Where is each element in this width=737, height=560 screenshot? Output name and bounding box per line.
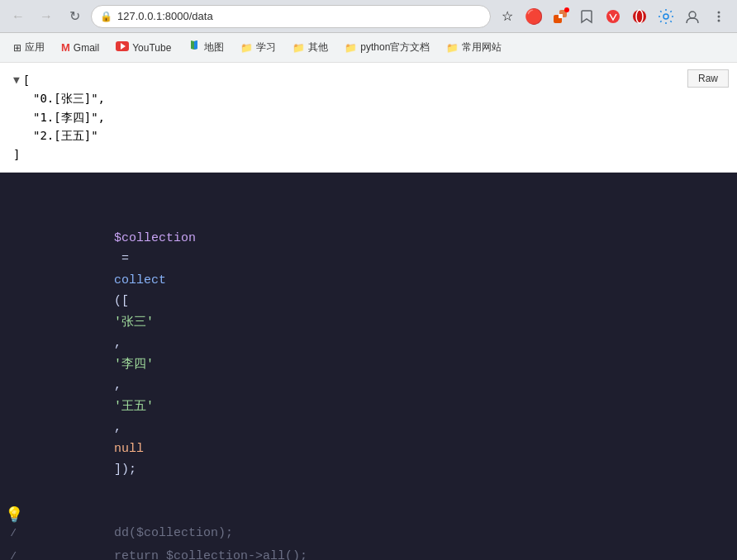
apps-icon: ⊞	[13, 42, 21, 54]
other-icon: 📁	[292, 42, 305, 54]
extension-icon[interactable]	[549, 5, 572, 28]
svg-point-3	[606, 10, 620, 23]
other-label: 其他	[308, 40, 328, 55]
python-icon: 📁	[345, 42, 357, 54]
common-icon: 📁	[446, 42, 459, 54]
code-editor: $collection = collect ([ '张三' , '李四' , '…	[0, 173, 737, 560]
common-label: 常用网站	[462, 40, 502, 55]
bookmark2-icon[interactable]	[575, 5, 598, 28]
study-label: 学习	[256, 40, 276, 55]
svg-point-10	[718, 19, 720, 21]
youtube-label: YouTube	[132, 42, 171, 54]
toolbar-icons: ☆ 🔴	[496, 5, 730, 28]
code-line-2: / dd($collection);	[0, 523, 737, 546]
browser-frame: ← → ↻ 🔒 127.0.0.1:8000/data ☆ 🔴	[0, 0, 737, 560]
json-line-1: "1.[李四]",	[13, 108, 724, 126]
code-content-1: $collection = collect ([ '张三' , '李四' , '…	[25, 186, 724, 523]
lightbulb-icon[interactable]: 💡	[5, 503, 23, 529]
svg-point-8	[718, 11, 720, 13]
map-icon	[188, 40, 201, 55]
bookmark-common[interactable]: 📁 常用网站	[440, 37, 508, 58]
top-bar: ← → ↻ 🔒 127.0.0.1:8000/data ☆ 🔴	[0, 0, 737, 33]
json-line-bracket-close: ]	[13, 145, 724, 164]
map-label: 地图	[204, 40, 224, 55]
apps-label: 应用	[25, 40, 45, 55]
settings-icon[interactable]	[654, 5, 678, 28]
code-line-3: / return $collection->all();	[0, 546, 737, 560]
json-viewer: Raw ▼ [ "0.[张三]", "1.[李四]", "2.[王五]" ]	[0, 63, 737, 173]
bookmark-other[interactable]: 📁 其他	[286, 37, 335, 58]
code-line-1: $collection = collect ([ '张三' , '李四' , '…	[0, 186, 737, 523]
bookmark-apps[interactable]: ⊞ 应用	[7, 37, 51, 58]
code-content-2: dd($collection);	[25, 523, 724, 544]
python-label: python官方文档	[360, 40, 430, 55]
raw-button[interactable]: Raw	[687, 69, 729, 88]
study-icon: 📁	[240, 42, 253, 54]
gmail-icon: M	[61, 41, 70, 54]
bookmark-study[interactable]: 📁 学习	[234, 37, 283, 58]
line-num-3: /	[0, 548, 25, 560]
gmail-label: Gmail	[74, 42, 99, 54]
forward-button[interactable]: →	[35, 5, 58, 28]
json-line-2: "2.[王五]"	[13, 126, 724, 145]
json-line-bracket-open: ▼ [	[13, 71, 724, 89]
bookmarks-bar: ⊞ 应用 M Gmail YouTube 地图 📁 学习 📁 其他	[0, 33, 737, 63]
refresh-button[interactable]: ↻	[63, 5, 86, 28]
bookmark-map[interactable]: 地图	[181, 36, 231, 59]
menu-icon[interactable]	[707, 5, 730, 28]
star-icon[interactable]: ☆	[496, 5, 519, 28]
code-content-3: return $collection->all();	[25, 546, 724, 560]
bookmark-python[interactable]: 📁 python官方文档	[338, 37, 436, 58]
svg-rect-2	[559, 14, 563, 18]
bookmark-gmail[interactable]: M Gmail	[55, 38, 106, 57]
url-text: 127.0.0.1:8000/data	[117, 10, 213, 22]
page-content: Raw ▼ [ "0.[张三]", "1.[李四]", "2.[王五]" ]	[0, 63, 737, 560]
svg-point-4	[633, 10, 646, 23]
bookmark-youtube[interactable]: YouTube	[109, 38, 178, 57]
youtube-icon	[116, 41, 129, 54]
firefox-icon[interactable]: 🔴	[522, 5, 545, 28]
svg-point-6	[663, 14, 668, 19]
lock-icon: 🔒	[100, 11, 112, 22]
vivaldi-icon[interactable]	[601, 5, 625, 28]
back-button[interactable]: ←	[7, 5, 30, 28]
opera-icon[interactable]	[628, 5, 651, 28]
svg-point-9	[718, 15, 720, 17]
svg-point-7	[689, 12, 696, 18]
profile-icon[interactable]	[681, 5, 704, 28]
json-line-0: "0.[张三]",	[13, 89, 724, 107]
address-bar[interactable]: 🔒 127.0.0.1:8000/data	[91, 5, 491, 28]
